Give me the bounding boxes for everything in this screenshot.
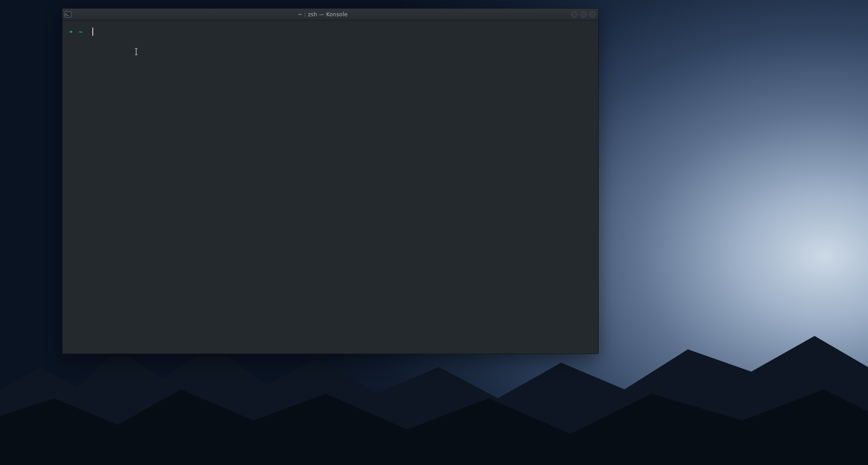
maximize-button[interactable]	[580, 11, 587, 18]
terminal-app-icon	[64, 11, 72, 18]
close-button[interactable]	[589, 11, 596, 18]
prompt-line[interactable]: ➜ ~	[69, 27, 592, 37]
text-cursor	[92, 28, 93, 36]
titlebar[interactable]: ~ : zsh — Konsole	[62, 9, 598, 20]
terminal-body[interactable]: ➜ ~	[62, 20, 598, 354]
window-title: ~ : zsh — Konsole	[74, 11, 571, 18]
ibeam-cursor-icon	[134, 48, 138, 56]
prompt-arrow-icon: ➜	[69, 27, 72, 37]
minimize-button[interactable]	[571, 11, 577, 18]
window-controls	[571, 11, 596, 18]
prompt-cwd: ~	[79, 27, 82, 37]
svg-rect-0	[65, 12, 71, 17]
terminal-window[interactable]: ~ : zsh — Konsole ➜ ~	[62, 8, 599, 354]
